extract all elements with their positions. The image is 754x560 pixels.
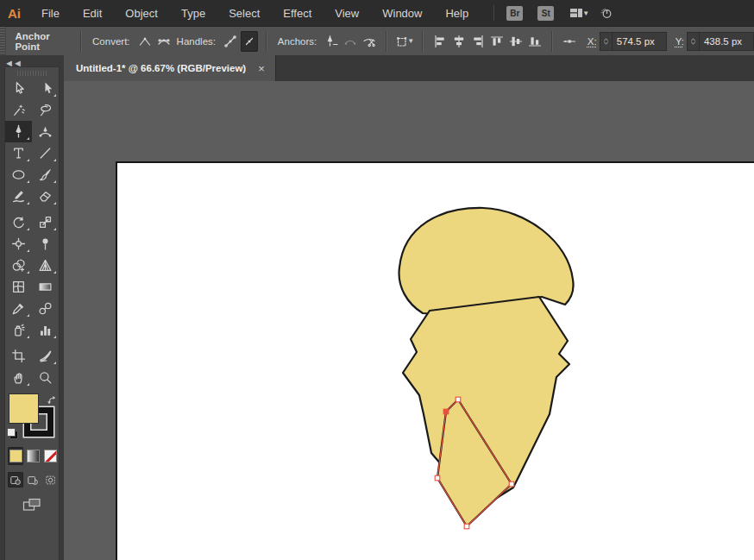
y-stepper[interactable] — [687, 32, 699, 51]
gradient-button[interactable] — [25, 447, 41, 465]
convert-to-corner-button[interactable] — [136, 31, 154, 52]
align-horizontal-center-button[interactable] — [450, 31, 468, 52]
divider — [266, 31, 267, 52]
menu-view[interactable]: View — [335, 7, 359, 20]
menu-select[interactable]: Select — [229, 7, 260, 20]
hand-tool[interactable] — [5, 367, 32, 388]
align-horizontal-left-button[interactable] — [431, 31, 449, 52]
blend-tool[interactable] — [32, 298, 59, 319]
x-label[interactable]: X: — [587, 36, 597, 47]
control-bar-title: Anchor Point — [15, 31, 65, 52]
paintbrush-tool[interactable] — [32, 164, 59, 186]
tool-grid — [5, 78, 59, 388]
stepper-icon — [602, 35, 610, 47]
gradient-tool[interactable] — [32, 276, 59, 298]
default-colors-icon[interactable] — [7, 428, 18, 439]
menu-file[interactable]: File — [41, 7, 60, 20]
rotate-tool[interactable] — [5, 211, 32, 233]
y-label[interactable]: Y: — [675, 36, 684, 47]
shaper-tool[interactable] — [5, 186, 32, 207]
slice-tool[interactable] — [32, 345, 59, 367]
menu-type[interactable]: Type — [181, 7, 205, 20]
chevron-down-icon: ▼ — [407, 37, 414, 45]
align-horizontal-right-button[interactable] — [469, 31, 487, 52]
anchor-point[interactable] — [509, 481, 514, 487]
color-button[interactable] — [8, 447, 23, 465]
draw-normal-button[interactable] — [8, 472, 23, 488]
align-vertical-bottom-button[interactable] — [526, 31, 544, 52]
handle-display-button[interactable] — [561, 31, 578, 52]
stock-button[interactable]: St — [537, 6, 554, 21]
artwork-svg — [64, 81, 754, 560]
bridge-button[interactable]: Br — [506, 6, 523, 21]
close-tab-icon[interactable]: × — [258, 63, 265, 74]
eyedropper-tool[interactable] — [5, 298, 32, 319]
draw-normal-icon — [9, 475, 22, 486]
gpu-performance-button[interactable] — [598, 6, 613, 20]
anchor-point[interactable] — [435, 475, 440, 481]
eraser-tool[interactable] — [32, 186, 59, 207]
anchor-handle-icon — [562, 35, 576, 48]
direct-selection-tool[interactable] — [32, 78, 59, 99]
screen-mode-control[interactable] — [5, 498, 59, 513]
workspace-switcher-button[interactable]: ▼ — [569, 6, 589, 20]
puppet-warp-tool[interactable] — [32, 233, 59, 255]
width-tool[interactable] — [5, 233, 32, 255]
symbol-sprayer-tool[interactable] — [5, 319, 32, 341]
document-tab[interactable]: Untitled-1* @ 66.67% (RGB/Preview) × — [64, 55, 276, 81]
menu-help[interactable]: Help — [445, 7, 468, 20]
type-tool[interactable] — [5, 142, 32, 164]
fill-stroke-indicator — [7, 393, 57, 442]
artboard-tool[interactable] — [5, 345, 32, 367]
tools-rail: ◄◄ — [0, 55, 64, 560]
zoom-tool[interactable] — [32, 367, 59, 388]
x-position-input[interactable] — [612, 32, 667, 51]
align-right-icon — [471, 35, 485, 48]
canvas-area[interactable] — [64, 81, 754, 560]
menu-window[interactable]: Window — [382, 7, 422, 20]
align-vertical-middle-button[interactable] — [507, 31, 525, 52]
hide-handles-button[interactable] — [241, 31, 258, 52]
anchor-point[interactable] — [464, 524, 469, 529]
swap-fill-stroke-icon[interactable] — [46, 393, 57, 409]
magic-wand-tool[interactable] — [5, 99, 32, 121]
column-graph-tool[interactable] — [32, 319, 59, 341]
smooth-point-icon — [157, 35, 171, 48]
none-button[interactable] — [43, 447, 59, 465]
anchor-point[interactable] — [456, 397, 461, 402]
anchor-point-selected[interactable] — [443, 409, 449, 414]
panel-grip[interactable] — [17, 71, 47, 76]
cut-path-button[interactable] — [361, 31, 378, 52]
menu-edit[interactable]: Edit — [83, 7, 102, 20]
menu-effect[interactable]: Effect — [283, 7, 311, 20]
draw-behind-icon — [27, 475, 39, 486]
mesh-tool[interactable] — [5, 276, 32, 298]
chevron-down-icon: ▼ — [582, 9, 589, 17]
x-field-group: X: — [584, 32, 667, 51]
draw-behind-button[interactable] — [25, 472, 41, 488]
dome-shape[interactable] — [399, 208, 574, 314]
pen-tool[interactable] — [5, 121, 32, 142]
remove-anchor-button[interactable] — [323, 31, 340, 52]
scale-tool[interactable] — [32, 211, 59, 233]
draw-inside-button[interactable] — [43, 472, 59, 488]
control-bar-grip[interactable] — [0, 27, 6, 55]
curvature-tool[interactable] — [32, 121, 59, 142]
x-stepper[interactable] — [600, 32, 612, 51]
line-segment-tool[interactable] — [32, 142, 59, 164]
shape-builder-tool[interactable] — [5, 255, 32, 276]
align-vertical-top-button[interactable] — [488, 31, 506, 52]
show-handles-button[interactable] — [222, 31, 239, 52]
convert-to-smooth-button[interactable] — [155, 31, 173, 52]
perspective-grid-tool[interactable] — [32, 255, 59, 276]
menu-bar: Ai FileEditObjectTypeSelectEffectViewWin… — [0, 0, 754, 27]
fill-swatch[interactable] — [9, 393, 39, 424]
selection-tool[interactable] — [5, 78, 32, 99]
transform-bounding-box-button[interactable]: ▼ — [395, 31, 414, 52]
ellipse-tool[interactable] — [5, 164, 32, 186]
menu-object[interactable]: Object — [125, 7, 158, 20]
lasso-tool[interactable] — [32, 99, 59, 121]
none-swatch-icon — [44, 450, 57, 462]
y-position-input[interactable] — [699, 32, 754, 51]
connect-anchors-button[interactable] — [342, 31, 359, 52]
